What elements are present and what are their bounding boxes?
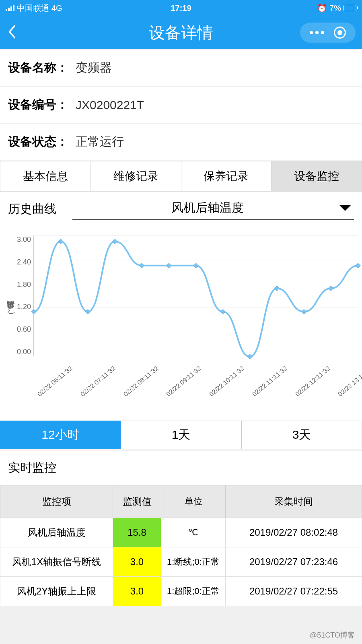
realtime-title: 实时监控 <box>0 451 362 485</box>
realtime-table: 监控项 监测值 单位 采集时间 风机后轴温度15.8℃2019/02/27 08… <box>0 485 362 606</box>
chevron-left-icon <box>7 24 16 39</box>
col-time: 采集时间 <box>226 485 362 518</box>
cell-item: 风机后轴温度 <box>0 518 113 547</box>
history-header: 历史曲线 风机后轴温度 <box>0 192 362 223</box>
status-bar: 中国联通 4G 17:19 ⏰ 7% <box>0 0 362 16</box>
y-tick: 0.00 <box>17 348 31 356</box>
header-actions <box>300 23 356 43</box>
status-right: ⏰ 7% <box>317 3 356 13</box>
device-status-label: 设备状态： <box>8 134 68 150</box>
time-range-3d[interactable]: 3天 <box>241 421 362 449</box>
alarm-icon: ⏰ <box>317 3 327 13</box>
col-value: 监测值 <box>113 485 161 518</box>
tab-repair-log[interactable]: 维修记录 <box>90 161 181 192</box>
target-button[interactable] <box>334 27 346 39</box>
cell-unit: 1:超限;0:正常 <box>161 577 226 606</box>
table-row: 风机2Y轴振上上限3.01:超限;0:正常2019/02/27 07:22:55 <box>0 577 362 606</box>
y-tick: 1.20 <box>17 303 31 311</box>
y-tick: 0.60 <box>17 325 31 334</box>
col-item: 监控项 <box>0 485 113 518</box>
cell-value: 3.0 <box>113 577 161 606</box>
col-unit: 单位 <box>161 485 226 518</box>
tabs: 基本信息 维修记录 保养记录 设备监控 <box>0 161 362 192</box>
cell-time: 2019/02/27 08:02:48 <box>226 518 362 547</box>
svg-marker-11 <box>329 286 333 291</box>
chart-container: 风机后轴温度(°C) 3.00 2.40 1.80 1.20 0.60 0.00… <box>0 223 362 421</box>
device-name-value: 变频器 <box>76 60 112 76</box>
cell-item: 风机1X轴振信号断线 <box>0 547 113 577</box>
y-tick: 3.00 <box>17 235 31 244</box>
network-label: 4G <box>51 4 62 13</box>
svg-marker-12 <box>356 263 360 268</box>
status-time: 17:19 <box>171 4 191 13</box>
plot-area[interactable] <box>33 235 358 356</box>
svg-marker-5 <box>167 263 171 268</box>
table-header-row: 监控项 监测值 单位 采集时间 <box>0 485 362 518</box>
device-status-value: 正常运行 <box>76 134 124 150</box>
carrier-label: 中国联通 <box>17 3 49 14</box>
time-range: 12小时 1天 3天 <box>0 421 362 449</box>
history-label: 历史曲线 <box>8 201 56 217</box>
time-range-1d[interactable]: 1天 <box>121 421 241 449</box>
cell-item: 风机2Y轴振上上限 <box>0 577 113 606</box>
cell-value: 3.0 <box>113 547 161 577</box>
info-row-status: 设备状态： 正常运行 <box>0 124 362 160</box>
line-chart <box>34 235 358 356</box>
cell-time: 2019/02/27 07:22:55 <box>226 577 362 606</box>
x-ticks: 02/22 06:11:3202/22 07:11:3202/22 08:11:… <box>4 384 358 417</box>
cell-time: 2019/02/27 07:23:46 <box>226 547 362 577</box>
chevron-down-icon <box>339 205 351 211</box>
tab-device-monitor[interactable]: 设备监控 <box>271 161 362 192</box>
page-title: 设备详情 <box>149 22 213 44</box>
metric-dropdown[interactable]: 风机后轴温度 <box>72 198 354 220</box>
device-code-label: 设备编号： <box>8 97 68 113</box>
dropdown-value: 风机后轴温度 <box>76 200 339 216</box>
svg-marker-7 <box>220 309 225 314</box>
battery-icon <box>343 5 356 11</box>
svg-marker-10 <box>302 309 306 314</box>
back-button[interactable] <box>7 24 16 41</box>
time-range-12h[interactable]: 12小时 <box>0 421 121 449</box>
y-axis-label: 风机后轴温度(°C) <box>4 231 17 384</box>
tab-basic-info[interactable]: 基本信息 <box>0 161 90 192</box>
status-left: 中国联通 4G <box>6 3 62 14</box>
battery-pct: 7% <box>329 4 341 13</box>
device-name-label: 设备名称： <box>8 60 68 76</box>
svg-marker-9 <box>275 286 280 291</box>
watermark: @51CTO博客 <box>310 630 355 640</box>
cell-unit: ℃ <box>161 518 226 547</box>
svg-marker-4 <box>140 263 144 268</box>
more-button[interactable] <box>310 31 324 34</box>
page-header: 设备详情 <box>0 16 362 49</box>
table-row: 风机1X轴振信号断线3.01:断线;0:正常2019/02/27 07:23:4… <box>0 547 362 577</box>
table-row: 风机后轴温度15.8℃2019/02/27 08:02:48 <box>0 518 362 547</box>
svg-marker-8 <box>247 354 252 359</box>
cell-unit: 1:断线;0:正常 <box>161 547 226 577</box>
y-ticks: 3.00 2.40 1.80 1.20 0.60 0.00 <box>17 235 33 356</box>
svg-marker-3 <box>113 239 117 244</box>
svg-marker-1 <box>58 239 63 244</box>
cell-value: 15.8 <box>113 518 161 547</box>
tab-maintenance-log[interactable]: 保养记录 <box>181 161 272 192</box>
svg-marker-2 <box>85 309 90 314</box>
info-row-code: 设备编号： JX0200221T <box>0 87 362 123</box>
y-tick: 2.40 <box>17 258 31 266</box>
info-row-name: 设备名称： 变频器 <box>0 50 362 86</box>
svg-marker-6 <box>193 263 198 268</box>
device-code-value: JX0200221T <box>76 98 144 112</box>
y-tick: 1.80 <box>17 281 31 289</box>
signal-icon <box>6 5 14 11</box>
